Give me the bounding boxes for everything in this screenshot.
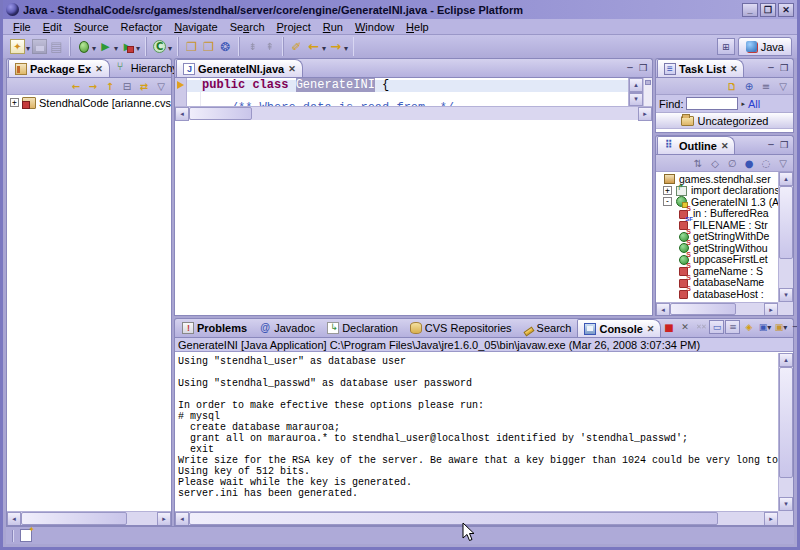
menu-window[interactable]: Window: [349, 20, 400, 34]
tree-row[interactable]: +StendhalCode [arianne.cvs.source: [7, 95, 171, 110]
maximize-view-button[interactable]: ❒: [778, 63, 790, 74]
open-perspective-icon[interactable]: ⊞: [717, 38, 735, 55]
outline-item[interactable]: -GenerateINI 1.3 (A: [656, 196, 778, 208]
package-explorer-hscrollbar[interactable]: ◂ ▸: [7, 511, 171, 525]
scroll-lock-icon[interactable]: [725, 320, 740, 334]
menu-file[interactable]: File: [7, 20, 37, 34]
tab-generateini-java[interactable]: GenerateINI.java✕: [176, 59, 303, 77]
dropdown-arrow-icon[interactable]: [26, 41, 30, 53]
run-external-button[interactable]: [119, 38, 141, 55]
pin-console-icon[interactable]: [741, 320, 756, 334]
scroll-right-arrow[interactable]: ▸: [157, 512, 171, 526]
task-category-row[interactable]: Uncategorized: [656, 113, 793, 129]
outline-vscrollbar[interactable]: ▴ ▾: [778, 172, 793, 302]
dropdown-arrow-icon[interactable]: [767, 322, 771, 332]
scroll-thumb[interactable]: [670, 303, 736, 315]
forward-button[interactable]: [327, 38, 349, 55]
back-button[interactable]: [305, 38, 327, 55]
scroll-down-arrow[interactable]: ▾: [629, 92, 643, 106]
scroll-thumb[interactable]: [189, 512, 718, 525]
link-editor-icon[interactable]: ⇄: [137, 79, 151, 93]
scroll-right-arrow[interactable]: ▸: [638, 107, 652, 121]
hide-static-icon[interactable]: ∅: [725, 156, 739, 170]
tab-javadoc[interactable]: Javadoc: [253, 319, 321, 337]
outline-item[interactable]: gameName : S: [656, 265, 778, 277]
dropdown-arrow-icon[interactable]: [114, 41, 118, 53]
open-type-button[interactable]: [200, 38, 217, 55]
minimize-view-button[interactable]: ─: [765, 140, 777, 151]
menu-search[interactable]: Search: [224, 20, 271, 34]
scroll-down-arrow[interactable]: ▾: [779, 497, 793, 511]
maximize-view-button[interactable]: ❒: [637, 63, 649, 74]
outline-tree[interactable]: games.stendhal.ser+import declarations-G…: [656, 172, 778, 302]
maximize-view-button[interactable]: ❒: [778, 140, 790, 151]
back-icon[interactable]: ←: [69, 79, 83, 93]
scroll-left-arrow[interactable]: ◂: [656, 303, 670, 316]
console-output[interactable]: Using "stendhal_user" as database userUs…: [175, 353, 778, 511]
scroll-up-arrow[interactable]: ▴: [779, 353, 793, 367]
java-perspective-button[interactable]: Java: [738, 37, 792, 56]
view-menu-icon[interactable]: ▽: [776, 79, 790, 93]
minimize-view-button[interactable]: ─: [765, 63, 777, 74]
scroll-left-arrow[interactable]: ◂: [7, 512, 21, 526]
expand-arrow-icon[interactable]: ▸: [741, 100, 745, 108]
menu-edit[interactable]: Edit: [37, 20, 68, 34]
clear-console-icon[interactable]: [709, 320, 724, 334]
menu-help[interactable]: Help: [400, 20, 435, 34]
new-class-button[interactable]: [151, 38, 173, 55]
dropdown-arrow-icon[interactable]: [168, 41, 172, 53]
outline-item[interactable]: uppcaseFirstLet: [656, 254, 778, 266]
scroll-right-arrow[interactable]: ▸: [764, 303, 778, 316]
sort-icon[interactable]: ⇅: [691, 156, 705, 170]
outline-item[interactable]: games.stendhal.ser: [656, 173, 778, 185]
dropdown-arrow-icon[interactable]: [92, 41, 96, 53]
scroll-left-arrow[interactable]: ◂: [175, 512, 189, 526]
scroll-down-arrow[interactable]: ▾: [779, 288, 793, 302]
code-area[interactable]: --- public class GenerateINI { /** Where…: [187, 78, 628, 106]
maximize-button[interactable]: ❐: [760, 3, 776, 17]
outline-item[interactable]: getStringWithDe: [656, 231, 778, 243]
menu-navigate[interactable]: Navigate: [168, 20, 223, 34]
console-hscrollbar[interactable]: ◂ ▸: [175, 511, 778, 525]
overview-ruler[interactable]: [643, 78, 652, 106]
close-tab-icon[interactable]: ✕: [94, 64, 103, 74]
find-input[interactable]: [686, 97, 738, 110]
menu-source[interactable]: Source: [68, 20, 115, 34]
dropdown-arrow-icon[interactable]: [322, 41, 326, 53]
forward-icon[interactable]: →: [86, 79, 100, 93]
expand-icon[interactable]: +: [10, 98, 19, 107]
hide-local-types-icon[interactable]: ◌: [759, 156, 773, 170]
up-icon[interactable]: ↑: [103, 79, 117, 93]
close-tab-icon[interactable]: ✕: [729, 64, 738, 74]
view-menu-icon[interactable]: ▽: [154, 79, 168, 93]
scroll-up-arrow[interactable]: ▴: [629, 78, 643, 92]
scroll-thumb[interactable]: [21, 512, 127, 525]
outline-item[interactable]: getStringWithou: [656, 242, 778, 254]
collapse-all-icon[interactable]: ⊟: [120, 79, 134, 93]
titlebar[interactable]: Java - StendhalCode/src/games/stendhal/s…: [3, 0, 797, 19]
tab-package-ex[interactable]: Package Ex✕: [8, 59, 110, 77]
expand-icon[interactable]: -: [663, 197, 672, 206]
hide-fields-icon[interactable]: ◇: [708, 156, 722, 170]
close-tab-icon[interactable]: ✕: [287, 64, 296, 74]
scroll-left-arrow[interactable]: ◂: [175, 107, 189, 121]
tab-task-list[interactable]: Task List✕: [657, 59, 744, 77]
new-task-icon[interactable]: 🗋: [725, 79, 739, 93]
terminate-icon[interactable]: [661, 320, 676, 334]
outline-item[interactable]: databaseHost :: [656, 288, 778, 300]
show-tree-icon[interactable]: ≡: [759, 79, 773, 93]
annotation-ruler[interactable]: [175, 78, 187, 106]
menu-run[interactable]: Run: [317, 20, 349, 34]
package-explorer-tree[interactable]: +StendhalCode [arianne.cvs.source: [7, 95, 171, 512]
minimize-view-button[interactable]: ─: [624, 63, 636, 74]
outline-hscrollbar[interactable]: ◂ ▸: [656, 302, 778, 315]
checkout-button[interactable]: [183, 38, 200, 55]
find-all-link[interactable]: All: [748, 98, 760, 110]
run-button[interactable]: [97, 38, 119, 55]
close-button[interactable]: ✕: [778, 3, 794, 17]
tab-cvs-repositories[interactable]: CVS Repositories: [404, 319, 518, 337]
debug-button[interactable]: [75, 38, 97, 55]
display-selected-console-icon[interactable]: [757, 320, 772, 334]
scroll-right-arrow[interactable]: ▸: [764, 512, 778, 526]
minimize-view-button[interactable]: ─: [789, 322, 800, 333]
